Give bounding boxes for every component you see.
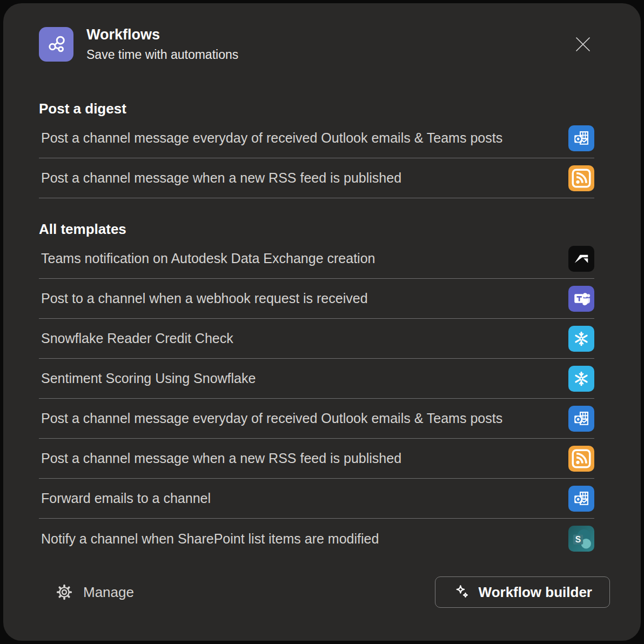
manage-button[interactable]: Manage bbox=[55, 583, 134, 601]
workflow-template-row[interactable]: Snowflake Reader Credit Check bbox=[39, 319, 594, 359]
workflow-template-row[interactable]: Post a channel message everyday of recei… bbox=[39, 399, 594, 439]
dialog-header: Workflows Save time with automations bbox=[39, 27, 594, 62]
template-label: Post a channel message everyday of recei… bbox=[39, 130, 502, 146]
template-sections: Post a digestPost a channel message ever… bbox=[39, 100, 594, 559]
template-label: Snowflake Reader Credit Check bbox=[39, 331, 233, 346]
sharepoint-icon: S bbox=[568, 526, 594, 552]
dialog-footer: Manage Workflow builder bbox=[39, 576, 594, 608]
dialog-title: Workflows bbox=[86, 26, 238, 43]
teams-icon bbox=[568, 286, 594, 312]
autodesk-icon bbox=[568, 246, 594, 272]
workflow-template-row[interactable]: Sentiment Scoring Using Snowflake bbox=[39, 359, 594, 399]
outlook-icon bbox=[568, 486, 594, 512]
workflow-template-row[interactable]: Notify a channel when SharePoint list it… bbox=[39, 519, 594, 559]
workflow-template-row[interactable]: Post to a channel when a webhook request… bbox=[39, 279, 594, 319]
template-label: Forward emails to a channel bbox=[39, 491, 211, 506]
workflows-dialog: Workflows Save time with automations Pos… bbox=[3, 3, 641, 641]
snowflake-icon bbox=[568, 326, 594, 352]
dialog-subtitle: Save time with automations bbox=[86, 48, 238, 62]
gear-icon bbox=[55, 583, 73, 601]
workflow-builder-label: Workflow builder bbox=[479, 585, 592, 599]
close-icon bbox=[574, 35, 592, 53]
template-label: Sentiment Scoring Using Snowflake bbox=[39, 371, 256, 386]
outlook-icon bbox=[568, 125, 594, 151]
template-label: Notify a channel when SharePoint list it… bbox=[39, 531, 379, 547]
workflow-template-row[interactable]: Post a channel message when a new RSS fe… bbox=[39, 158, 594, 198]
template-label: Post to a channel when a webhook request… bbox=[39, 291, 368, 306]
template-label: Post a channel message everyday of recei… bbox=[39, 411, 502, 426]
workflow-builder-button[interactable]: Workflow builder bbox=[435, 576, 610, 608]
workflow-template-row[interactable]: Teams notification on Autodesk Data Exch… bbox=[39, 239, 594, 279]
outlook-icon bbox=[568, 406, 594, 432]
svg-text:S: S bbox=[575, 535, 581, 544]
rss-icon bbox=[568, 165, 594, 191]
manage-label: Manage bbox=[83, 585, 134, 599]
template-label: Post a channel message when a new RSS fe… bbox=[39, 170, 401, 186]
close-button[interactable] bbox=[574, 35, 592, 53]
section-post-a-digest: Post a digestPost a channel message ever… bbox=[39, 100, 594, 198]
header-text: Workflows Save time with automations bbox=[86, 26, 238, 62]
workflow-template-row[interactable]: Forward emails to a channel bbox=[39, 479, 594, 519]
workflow-share-icon bbox=[39, 27, 73, 62]
snowflake-icon bbox=[568, 366, 594, 392]
template-label: Post a channel message when a new RSS fe… bbox=[39, 451, 401, 466]
sparkle-icon bbox=[453, 583, 470, 601]
workflow-template-row[interactable]: Post a channel message when a new RSS fe… bbox=[39, 439, 594, 479]
section-all-templates: All templatesTeams notification on Autod… bbox=[39, 221, 594, 559]
section-title: All templates bbox=[39, 221, 594, 237]
workflow-template-row[interactable]: Post a channel message everyday of recei… bbox=[39, 118, 594, 158]
rss-icon bbox=[568, 446, 594, 472]
section-title: Post a digest bbox=[39, 100, 594, 117]
template-label: Teams notification on Autodesk Data Exch… bbox=[39, 251, 375, 266]
